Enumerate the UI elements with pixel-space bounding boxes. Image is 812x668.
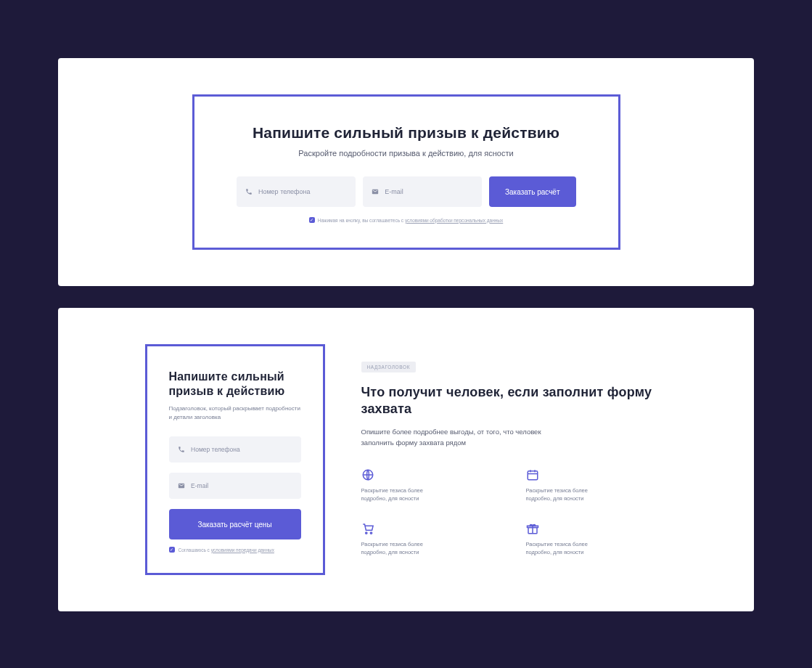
- svg-point-3: [370, 532, 372, 534]
- panel-top: Напишите сильный призыв к действию Раскр…: [58, 58, 754, 286]
- benefits-column: НАДЗАГОЛОВОК Что получит человек, если з…: [361, 344, 668, 557]
- benefits-title: Что получит человек, если заполнит форму…: [361, 384, 668, 418]
- calendar-icon: [526, 468, 539, 481]
- submit-button[interactable]: Заказать расчёт: [489, 176, 576, 207]
- feature-item: Раскрытие тезиса более подробно, для ясн…: [361, 522, 503, 557]
- consent-text: Соглашаюсь с условиями передачи данных: [179, 547, 274, 553]
- consent-link[interactable]: условиями передачи данных: [211, 547, 274, 553]
- phone-icon: [245, 187, 253, 196]
- feature-item: Раскрытие тезиса более подробно, для ясн…: [526, 468, 668, 503]
- svg-rect-1: [528, 471, 538, 480]
- email-input[interactable]: [385, 188, 473, 195]
- feature-text: Раскрытие тезиса более подробно, для ясн…: [361, 541, 441, 557]
- feature-item: Раскрытие тезиса более подробно, для ясн…: [361, 468, 503, 503]
- cart-icon: [361, 522, 374, 535]
- form-subtitle: Подзаголовок, который раскрывает подробн…: [169, 404, 301, 422]
- panel-bottom: Напишите сильный призыв к действию Подза…: [58, 308, 754, 611]
- consent-prefix: Нажимая на кнопку, вы соглашаетесь с: [318, 218, 405, 223]
- feature-text: Раскрытие тезиса более подробно, для ясн…: [361, 487, 441, 503]
- consent-row: ✓ Соглашаюсь с условиями передачи данных: [169, 547, 301, 553]
- phone-field[interactable]: [237, 176, 356, 207]
- phone-input[interactable]: [258, 188, 347, 195]
- cta-title: Напишите сильный призыв к действию: [237, 124, 576, 142]
- consent-prefix: Соглашаюсь с: [179, 547, 211, 553]
- phone-field[interactable]: [169, 436, 301, 463]
- overline-badge: НАДЗАГОЛОВОК: [361, 362, 417, 372]
- feature-text: Раскрытие тезиса более подробно, для ясн…: [526, 487, 606, 503]
- features-grid: Раскрытие тезиса более подробно, для ясн…: [361, 468, 668, 557]
- benefits-subtitle: Опишите более подробнее выгоды, от того,…: [361, 427, 572, 448]
- email-field[interactable]: [363, 176, 482, 207]
- cta-subtitle: Раскройте подробности призыва к действию…: [237, 149, 576, 158]
- mail-icon: [372, 187, 379, 196]
- feature-item: Раскрытие тезиса более подробно, для ясн…: [526, 522, 668, 557]
- form-title: Напишите сильный призыв к действию: [169, 370, 301, 399]
- email-field[interactable]: [169, 473, 301, 499]
- consent-text: Нажимая на кнопку, вы соглашаетесь с усл…: [318, 218, 504, 223]
- mail-icon: [178, 481, 186, 490]
- phone-icon: [178, 445, 186, 454]
- phone-input[interactable]: [191, 446, 292, 453]
- consent-link[interactable]: условиями обработки персональных данных: [405, 218, 503, 223]
- gift-icon: [526, 522, 539, 535]
- email-input[interactable]: [191, 482, 292, 489]
- two-column-layout: Напишите сильный призыв к действию Подза…: [145, 344, 668, 575]
- consent-checkbox[interactable]: ✓: [169, 547, 175, 553]
- consent-checkbox[interactable]: ✓: [309, 217, 315, 223]
- submit-button[interactable]: Заказать расчёт цены: [169, 509, 301, 539]
- form-framed-box: Напишите сильный призыв к действию Подза…: [145, 344, 325, 575]
- consent-row: ✓ Нажимая на кнопку, вы соглашаетесь с у…: [237, 217, 576, 223]
- globe-icon: [361, 468, 374, 481]
- feature-text: Раскрытие тезиса более подробно, для ясн…: [526, 541, 606, 557]
- svg-point-2: [365, 532, 366, 534]
- cta-input-row: Заказать расчёт: [237, 176, 576, 207]
- cta-framed-box: Напишите сильный призыв к действию Раскр…: [192, 94, 620, 250]
